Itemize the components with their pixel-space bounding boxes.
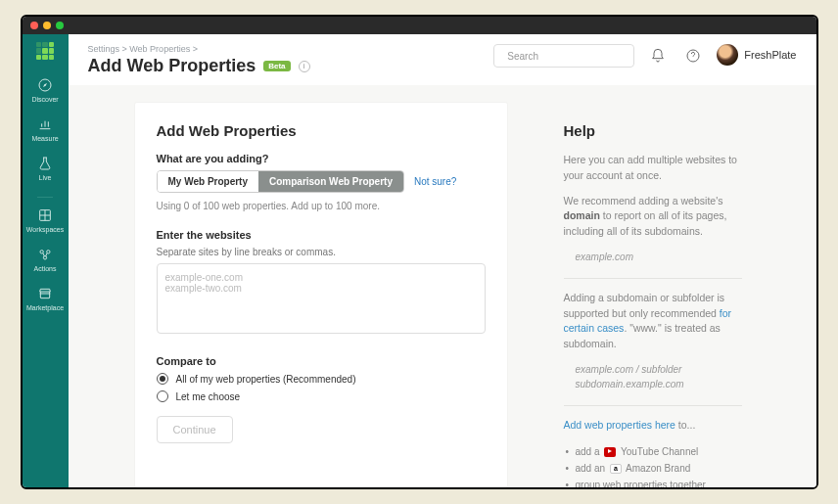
svg-marker-1 bbox=[43, 83, 47, 87]
help-heading: Help bbox=[564, 122, 742, 139]
bell-icon bbox=[650, 48, 666, 64]
help-icon bbox=[685, 48, 701, 64]
question-enter-websites: Enter the websites bbox=[157, 229, 486, 241]
list-item: add a YouTube Channel bbox=[576, 443, 742, 460]
nav-marketplace[interactable]: Marketplace bbox=[26, 286, 64, 311]
property-type-segmented: My Web Property Comparison Web Property bbox=[157, 170, 404, 193]
search-input[interactable] bbox=[493, 44, 634, 68]
help-example-line: subdomain.example.com bbox=[576, 379, 684, 389]
radio-icon bbox=[157, 390, 168, 402]
user-name: FreshPlate bbox=[744, 49, 796, 61]
nav-measure[interactable]: Measure bbox=[31, 116, 58, 142]
topbar: Settings > Web Properties > Add Web Prop… bbox=[69, 34, 816, 85]
radio-let-me-choose[interactable]: Let me choose bbox=[157, 390, 486, 402]
separator bbox=[564, 405, 742, 406]
add-web-properties-link[interactable]: Add web properties here bbox=[564, 419, 675, 431]
svg-point-3 bbox=[40, 251, 43, 253]
nav-label: Live bbox=[39, 174, 52, 181]
nodes-icon bbox=[37, 247, 53, 262]
compass-icon bbox=[37, 77, 53, 93]
nav-label: Measure bbox=[31, 135, 58, 142]
help-text: We recommend adding a website's domain t… bbox=[564, 194, 742, 240]
help-text-part: We recommend adding a website's bbox=[564, 195, 723, 206]
li-text: add a bbox=[576, 446, 603, 457]
store-icon bbox=[37, 286, 53, 301]
logo bbox=[36, 42, 54, 60]
list-item: group web properties together bbox=[576, 477, 742, 488]
help-text-part: to... bbox=[675, 419, 695, 431]
avatar bbox=[717, 44, 738, 66]
sidebar: Discover Measure Live Workspaces Actions bbox=[23, 34, 69, 487]
grid-icon bbox=[37, 207, 53, 223]
enter-websites-sublabel: Separate sites by line breaks or commas. bbox=[157, 247, 486, 257]
nav-label: Discover bbox=[31, 96, 58, 103]
help-text: Here you can add multiple websites to yo… bbox=[564, 153, 742, 184]
chart-icon bbox=[37, 116, 53, 132]
li-text: Amazon Brand bbox=[624, 463, 690, 474]
nav-label: Workspaces bbox=[26, 226, 64, 233]
continue-button[interactable]: Continue bbox=[157, 416, 233, 443]
help-example: example.com / subfolder subdomain.exampl… bbox=[576, 362, 742, 391]
form-card: Add Web Properties What are you adding? … bbox=[135, 103, 507, 487]
beta-badge: Beta bbox=[263, 61, 290, 71]
flask-icon bbox=[37, 156, 53, 171]
nav-workspaces[interactable]: Workspaces bbox=[26, 207, 64, 233]
maximize-window-dot[interactable] bbox=[56, 22, 64, 29]
li-text: YouTube Channel bbox=[618, 446, 698, 457]
minimize-window-dot[interactable] bbox=[43, 22, 51, 29]
svg-point-5 bbox=[43, 256, 46, 259]
question-what-adding: What are you adding? bbox=[157, 153, 486, 164]
user-menu[interactable]: FreshPlate bbox=[717, 44, 796, 66]
radio-all-properties[interactable]: All of my web properties (Recommended) bbox=[157, 373, 486, 385]
form-heading: Add Web Properties bbox=[157, 122, 486, 139]
radio-label: All of my web properties (Recommended) bbox=[176, 374, 356, 385]
radio-label: Let me choose bbox=[176, 391, 241, 402]
youtube-icon bbox=[604, 447, 616, 457]
page-title: Add Web Properties bbox=[88, 56, 256, 76]
seg-comparison-property[interactable]: Comparison Web Property bbox=[258, 171, 403, 192]
help-example: example.com bbox=[576, 250, 742, 264]
help-text: Adding a subdomain or subfolder is suppo… bbox=[564, 291, 742, 352]
info-icon[interactable]: i bbox=[299, 61, 310, 72]
window-titlebar bbox=[23, 17, 816, 34]
breadcrumb[interactable]: Settings > Web Properties > bbox=[88, 44, 483, 54]
search-field[interactable] bbox=[507, 51, 631, 62]
help-button[interactable] bbox=[681, 44, 705, 68]
amazon-icon: a bbox=[610, 464, 622, 474]
list-item: add an a Amazon Brand bbox=[576, 460, 742, 477]
websites-textarea[interactable] bbox=[157, 263, 486, 334]
nav-separator bbox=[37, 197, 53, 198]
li-text: add an bbox=[576, 463, 608, 474]
close-window-dot[interactable] bbox=[30, 22, 38, 29]
help-cta-line: Add web properties here to... bbox=[564, 418, 742, 434]
notifications-button[interactable] bbox=[646, 44, 670, 68]
separator bbox=[564, 278, 742, 279]
usage-hint: Using 0 of 100 web properties. Add up to… bbox=[157, 201, 486, 211]
help-panel: Help Here you can add multiple websites … bbox=[556, 103, 742, 487]
question-compare-to: Compare to bbox=[157, 355, 486, 367]
svg-point-4 bbox=[47, 251, 50, 253]
help-bullets: add a YouTube Channel add an a Amazon Br… bbox=[564, 443, 742, 488]
help-example-line: example.com / subfolder bbox=[576, 364, 682, 375]
nav-label: Actions bbox=[34, 265, 57, 272]
not-sure-link[interactable]: Not sure? bbox=[414, 176, 456, 187]
help-bold: domain bbox=[564, 209, 600, 221]
nav-actions[interactable]: Actions bbox=[34, 247, 57, 272]
nav-discover[interactable]: Discover bbox=[31, 77, 58, 103]
nav-label: Marketplace bbox=[26, 304, 64, 311]
help-text-part: Adding a subdomain or subfolder is suppo… bbox=[564, 292, 725, 319]
nav-live[interactable]: Live bbox=[37, 156, 53, 181]
seg-my-property[interactable]: My Web Property bbox=[158, 171, 259, 192]
radio-icon bbox=[157, 373, 168, 385]
